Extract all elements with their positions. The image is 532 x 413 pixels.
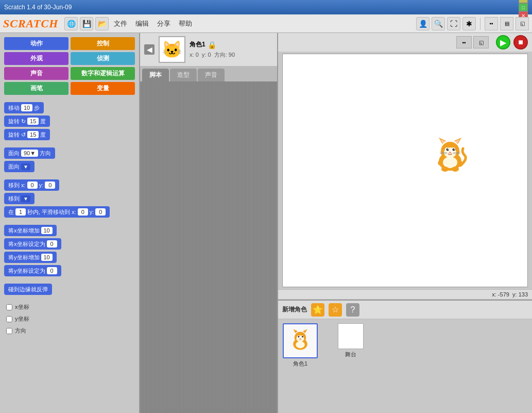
checkbox-y-input[interactable] (6, 316, 12, 322)
cat-sprite-on-stage (430, 136, 471, 182)
category-control[interactable]: 控制 (71, 37, 135, 50)
fullscreen-icon[interactable]: ⛶ (447, 17, 460, 30)
script-tabs: 脚本 造型 声音 (140, 67, 277, 81)
stage-item[interactable]: 舞台 (333, 323, 369, 368)
tab-costumes[interactable]: 造型 (170, 69, 197, 81)
view-btn-1[interactable]: ▪▪ (485, 17, 498, 30)
block-set-y-value[interactable]: 0 (47, 267, 57, 274)
block-change-y-value[interactable]: 10 (41, 254, 53, 261)
menu-file[interactable]: 文件 (111, 17, 130, 30)
toolbar-separator (480, 18, 480, 30)
spacer1 (4, 142, 135, 145)
save-icon[interactable]: 💾 (80, 17, 93, 30)
stage-controls: ▪▪ ◱ ▶ ■ (278, 33, 532, 52)
block-goto-toward-dropdown[interactable]: ▼ (21, 195, 30, 202)
sprite-name-label: 角色1 (190, 40, 205, 49)
block-move-value[interactable]: 10 (21, 104, 32, 111)
menu-edit[interactable]: 编辑 (132, 17, 152, 30)
block-glide-x[interactable]: 0 (78, 208, 88, 216)
block-turn-cw-value[interactable]: 15 (27, 118, 39, 125)
block-goto-xy[interactable]: 移到 x: 0 y: 0 (4, 179, 59, 191)
block-change-x-value[interactable]: 10 (41, 227, 53, 234)
script-canvas[interactable] (140, 81, 277, 413)
block-face-dir[interactable]: 面向 90▼ 方向 (4, 147, 55, 159)
sprite-item-1[interactable]: 角色1 (282, 323, 318, 368)
block-move[interactable]: 移动 10 步 (4, 102, 44, 113)
svg-point-13 (449, 152, 451, 153)
block-change-x[interactable]: 将x坐标增加 10 (4, 225, 57, 236)
sprite-nav-prev[interactable]: ◀ (144, 44, 155, 55)
spacer4 (4, 278, 135, 282)
stage-view-large[interactable]: ◱ (473, 36, 489, 48)
block-goto-y[interactable]: 0 (45, 181, 55, 189)
maximize-button[interactable]: □ (519, 3, 528, 11)
block-face-toward[interactable]: 面向 ▼ (4, 161, 35, 172)
block-goto-x[interactable]: 0 (27, 181, 38, 189)
settings-icon[interactable]: ✱ (462, 17, 476, 30)
categories: 动作 控制 外观 侦测 声音 数字和逻辑运算 画笔 变量 (0, 33, 139, 99)
block-set-y[interactable]: 将y坐标设定为 0 (4, 265, 61, 276)
view-btn-2[interactable]: ▤ (500, 17, 513, 30)
stage-area[interactable] (282, 54, 528, 287)
add-sprite-paint-button[interactable]: ⭐ (311, 303, 324, 317)
tab-sounds[interactable]: 声音 (198, 69, 225, 81)
block-goto-toward[interactable]: 移到 ▼ (4, 193, 35, 204)
category-sound[interactable]: 声音 (4, 67, 68, 80)
sprite-1-label: 角色1 (293, 360, 307, 368)
checkbox-x-input[interactable] (6, 304, 12, 310)
block-glide[interactable]: 在 1 秒内, 平滑移动到 x: 0 y: 0 (4, 206, 110, 218)
block-bounce[interactable]: 碰到边缘就反弹 (4, 284, 52, 295)
category-operators[interactable]: 数字和逻辑运算 (71, 67, 135, 80)
globe-icon[interactable]: 🌐 (64, 17, 78, 30)
category-motion[interactable]: 动作 (4, 37, 68, 50)
sprite-header: ◀ 🐱 角色1 🔒 x: 0 y: 0 方向: 90 (140, 33, 277, 67)
category-looks[interactable]: 外观 (4, 52, 68, 65)
block-turn-ccw-suffix: 度 (40, 131, 46, 139)
block-turn-cw-text: 旋转 ↻ (8, 118, 26, 125)
svg-marker-25 (293, 329, 298, 334)
coord-x-value: -579 (498, 291, 509, 298)
view-btn-3[interactable]: ◱ (516, 17, 529, 30)
block-turn-ccw-value[interactable]: 15 (27, 131, 39, 138)
block-glide-secs[interactable]: 1 (15, 208, 26, 216)
menu-share[interactable]: 分享 (154, 17, 174, 30)
block-set-x[interactable]: 将x坐标设定为 0 (4, 238, 61, 250)
block-set-x-value[interactable]: 0 (47, 240, 57, 247)
profile-icon[interactable]: 👤 (416, 17, 430, 30)
checkbox-dir[interactable]: 方向 (4, 326, 135, 336)
lock-icon[interactable]: 🔒 (208, 41, 216, 49)
block-face-toward-dropdown[interactable]: ▼ (21, 163, 30, 170)
add-sprite-random-button[interactable]: ? (346, 303, 359, 317)
block-face-dir-value[interactable]: 90▼ (21, 150, 38, 157)
left-panel: 动作 控制 外观 侦测 声音 数字和逻辑运算 画笔 变量 移动 10 步 旋转 … (0, 33, 139, 413)
spacer2 (4, 174, 135, 177)
block-change-y[interactable]: 将y坐标增加 10 (4, 252, 57, 263)
search-icon[interactable]: 🔍 (432, 17, 445, 30)
spacer5 (4, 297, 135, 300)
svg-point-10 (453, 148, 455, 151)
stage-view-normal[interactable]: ▪▪ (456, 36, 472, 48)
svg-point-32 (300, 338, 301, 339)
block-turn-cw[interactable]: 旋转 ↻ 15 度 (4, 115, 50, 127)
block-turn-ccw[interactable]: 旋转 ↺ 15 度 (4, 129, 50, 140)
checkbox-y[interactable]: y坐标 (4, 314, 135, 324)
stage-label: 舞台 (345, 351, 356, 358)
tab-script[interactable]: 脚本 (142, 69, 169, 81)
category-sensing[interactable]: 侦测 (71, 52, 135, 65)
menu-help[interactable]: 帮助 (176, 17, 195, 30)
category-pen[interactable]: 画笔 (4, 82, 68, 95)
checkbox-dir-input[interactable] (6, 328, 12, 334)
block-change-x-text: 将x坐标增加 (8, 227, 40, 235)
stop-button[interactable]: ■ (513, 35, 528, 49)
green-flag-button[interactable]: ▶ (496, 35, 510, 49)
checkbox-x[interactable]: x坐标 (4, 302, 135, 312)
add-sprite-library-button[interactable]: ☆ (329, 303, 342, 317)
block-face-toward-text: 面向 (8, 163, 20, 171)
new-sprite-label: 新增角色 (282, 305, 307, 314)
block-glide-y[interactable]: 0 (95, 208, 106, 216)
block-glide-text2: 秒内, 平滑移动到 x: (27, 208, 76, 216)
folder-icon[interactable]: 📂 (95, 17, 109, 30)
svg-marker-26 (303, 329, 307, 334)
category-variables[interactable]: 变量 (71, 82, 135, 95)
sprite-dir-label: 方向: (213, 52, 229, 58)
